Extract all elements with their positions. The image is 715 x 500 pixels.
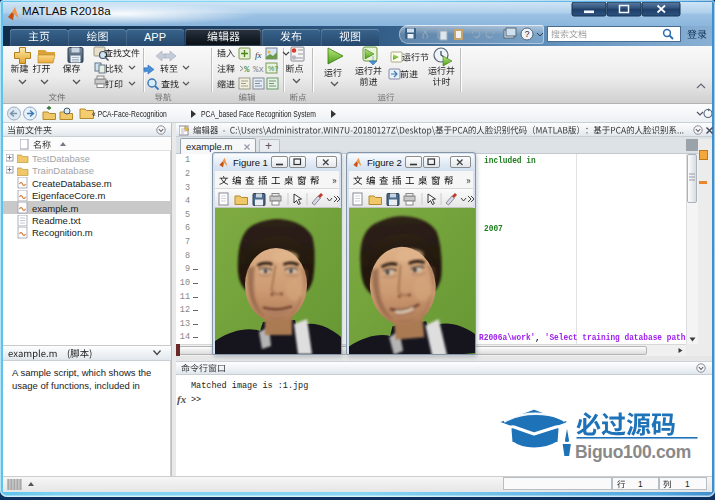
svg-text:%: %: [244, 65, 250, 75]
svg-text:?: ?: [524, 29, 529, 39]
svg-text:%x: %x: [253, 65, 264, 75]
svg-text:fx: fx: [255, 50, 262, 60]
svg-text:Biguo100.com: Biguo100.com: [575, 442, 691, 462]
svg-text:%?: %?: [268, 65, 278, 72]
